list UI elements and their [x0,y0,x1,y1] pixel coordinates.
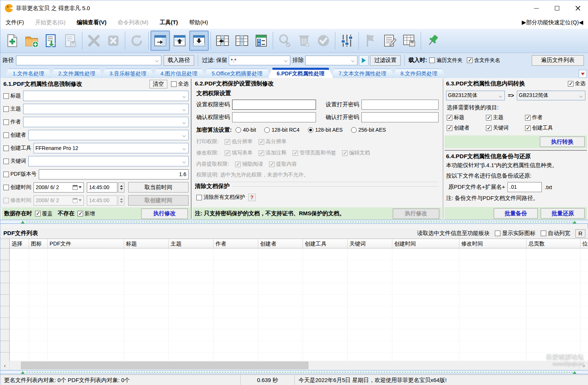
horizontal-scrollbar[interactable]: ‹ › [0,361,588,370]
quick-locate-link[interactable]: ▶部分功能快速定位(Q)◀ [522,19,583,26]
include-folder-name-checkbox[interactable]: 含文件夹名 [467,57,500,64]
tab-filename[interactable]: 1.文件名处理 [4,69,53,78]
pdf-version-input[interactable]: 1.6 [39,169,189,179]
tab-office-summary[interactable]: 5.Office文档摘要处理 [203,69,271,78]
panel-splitter[interactable] [443,79,443,219]
horizontal-splitter[interactable] [0,220,588,224]
panel-bottom-toggle-button[interactable] [189,31,209,51]
filter-sliders-button[interactable] [337,31,357,51]
creator-tool-combobox[interactable]: FFRename Pro 12 [34,143,189,153]
scrollbar-thumb[interactable] [21,361,309,369]
convert-keywords-checkbox[interactable]: 关键词 [486,125,525,131]
tab-overflow-button[interactable] [579,70,587,78]
filter-keep-combobox[interactable]: *.* [229,56,290,65]
creator-field-checkbox[interactable]: 创建者 [3,132,26,138]
creator-combobox[interactable] [28,130,189,140]
print-low-checkbox[interactable]: 低分辨率 [225,138,253,145]
menu-command-list[interactable]: 命令列表(M) [118,19,149,26]
traverse-folders-checkbox[interactable]: 遍历文件夹 [429,57,462,64]
column-icon[interactable]: 图标 [29,239,48,248]
radio-128bit-rc4[interactable]: 128-bit RC4 [264,127,300,133]
search-button[interactable] [275,31,294,51]
author-field-checkbox[interactable]: 作者 [3,119,21,125]
filter-settings-button[interactable]: 过滤设置 [370,55,401,66]
panel-splitter[interactable] [191,79,192,219]
take-current-time-button[interactable]: 取当前时间 [128,182,189,192]
collapse-arrow-icon[interactable] [21,371,25,374]
confirm-check-button[interactable] [314,31,333,51]
read-info-label[interactable]: 读取选中文件信息至功能板块 [417,230,490,237]
column-create-time[interactable]: 创建时间 [392,239,459,248]
column-modify-time[interactable]: 修改时间 [459,239,527,248]
collapse-arrow-icon[interactable] [573,371,576,374]
trash-button[interactable] [294,31,314,51]
convert-author-checkbox[interactable]: 作者 [525,114,543,121]
select-all-63-checkbox[interactable]: 全选 [568,80,585,87]
encoding-from-combobox[interactable]: GB2312简体 [446,91,505,100]
horizontal-splitter[interactable] [0,370,588,374]
modify-time-stepper[interactable] [118,195,124,206]
file-table-body[interactable] [0,248,588,361]
column-subject[interactable]: 主题 [169,239,214,248]
delete-item-button[interactable] [84,31,104,51]
create-date-picker[interactable]: 2008/ 6/ 2 [34,182,84,192]
column-location[interactable]: 位置 [581,239,588,248]
move-column-left-button[interactable] [213,31,232,51]
load-path-button[interactable]: 载入路径 [164,55,194,66]
extract-content-checkbox[interactable]: 提取内容 [269,161,297,168]
column-keywords[interactable]: 关键词 [348,239,392,248]
column-creator[interactable]: 创建者 [258,239,303,248]
take-create-time-button[interactable]: 取创建时间 [128,195,189,206]
clear-list-button[interactable] [104,31,123,51]
execute-convert-button[interactable]: 执行转换 [540,137,585,147]
maximize-button[interactable] [547,0,568,16]
apply-filter-button[interactable] [359,55,369,66]
tab-text-file-attrs[interactable]: 7.文本文件属性处理 [330,69,395,78]
menu-tools[interactable]: 工具(T) [159,19,178,26]
print-high-checkbox[interactable]: 高分辨率 [259,138,287,145]
column-layout-button[interactable] [232,31,252,51]
collapse-arrow-icon[interactable] [21,221,25,223]
pin-button[interactable] [423,31,442,51]
batch-backup-button[interactable]: 批量备份 [494,208,538,219]
tab-music-tags[interactable]: 3.音乐标签处理 [101,69,155,78]
column-pdf-file[interactable]: PDF文件 [48,239,124,248]
radio-40bit[interactable]: 40-bit [235,127,256,133]
column-select[interactable]: 选择 [10,239,29,248]
radio-256bit-aes[interactable]: 256-bit AES [351,127,386,133]
execute-modify-61-button[interactable]: 执行修改 [141,209,188,219]
pdf-version-checkbox[interactable]: PDF版本号 [3,171,37,178]
set-open-pwd-input[interactable] [361,100,439,110]
menu-start-rename[interactable]: 开始更名(G) [35,19,66,26]
options-checklist-button[interactable] [252,31,271,51]
manage-pages-checkbox[interactable]: 管理页面和书签 [293,150,336,156]
menu-file[interactable]: 文件(F) [6,19,24,26]
auto-column-width-checkbox[interactable]: 自动列宽 [541,230,570,237]
column-author[interactable]: 作者 [214,239,258,248]
tab-pdf-attrs[interactable]: 6.PDF文档属性处理 [268,68,333,78]
import-list-button[interactable] [41,31,61,51]
exclude-combobox[interactable] [305,56,357,65]
assist-read-checkbox[interactable]: 辅助阅读 [235,161,263,168]
create-time-checkbox[interactable]: 创建时间 [3,184,31,191]
save-list-button[interactable] [61,31,80,51]
convert-subject-checkbox[interactable]: 主题 [486,114,525,121]
convert-title-checkbox[interactable]: 标题 [447,114,486,121]
select-all-61-checkbox[interactable]: 全选 [171,81,189,87]
convert-creator-checkbox[interactable]: 创建者 [447,125,486,131]
add-comment-checkbox[interactable]: 添加注释 [259,150,287,156]
clear-all-protection-checkbox[interactable]: 清除所有文档保护 [196,194,245,201]
encoding-to-combobox[interactable]: GB2312简体 [517,91,585,100]
execute-modify-62-button[interactable]: 执行修改 [393,209,439,219]
keywords-field-checkbox[interactable]: 关键词 [3,158,26,165]
column-title[interactable]: 标题 [124,239,169,248]
show-real-icons-checkbox[interactable]: 显示实际图标 [495,230,535,237]
add-folder-button[interactable] [22,31,41,51]
subject-field-checkbox[interactable]: 主题 [3,106,21,112]
panel-right-toggle-button[interactable] [151,31,170,51]
tab-file-classify[interactable]: 8.文件归类处理 [392,69,446,78]
clear-fields-button[interactable]: 清空 [149,80,167,88]
modify-date-picker[interactable]: 2008/ 6/ 2 [34,195,84,206]
author-combobox[interactable] [23,117,189,127]
confirm-perm-pwd-input[interactable] [232,112,316,122]
